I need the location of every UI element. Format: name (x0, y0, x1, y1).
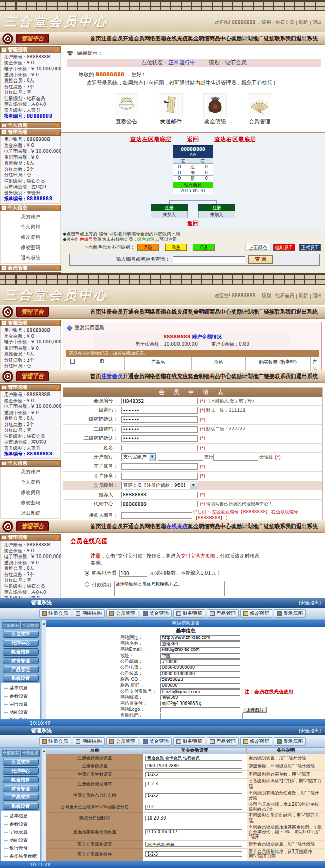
sidebar-link[interactable]: 修改资料 (1, 487, 60, 498)
nav-item[interactable]: 退出系统 (296, 523, 318, 530)
nav-item[interactable]: 推广链接 (253, 373, 274, 380)
settings-menu-item[interactable]: »»参数设置 (1, 693, 40, 701)
upload-image-button[interactable]: 上传图片 (243, 707, 267, 713)
refresh-link[interactable]: 刷新 (299, 292, 308, 299)
sidebar-panel-manage-options[interactable]: 管理选项 (0, 129, 61, 136)
nav-item[interactable]: 首页 (90, 523, 101, 530)
param-value-input[interactable] (145, 851, 242, 857)
nav-item[interactable]: 注册会员 (101, 373, 123, 380)
nav-item[interactable]: 推广链接 (253, 308, 274, 316)
field-input[interactable] (160, 695, 240, 700)
field-input[interactable] (160, 665, 240, 670)
field-input[interactable] (160, 641, 240, 646)
nav-item[interactable]: 奖励计划 (231, 373, 253, 380)
field-input[interactable] (121, 426, 198, 433)
expand-all-button[interactable]: 全部展开 (2, 750, 20, 757)
member-level-select[interactable]: 普通会员【注册价货款：960】 ▼ (121, 482, 197, 489)
nav-item[interactable]: 首页 (90, 373, 101, 380)
nav-item[interactable]: 商品中心 (209, 308, 231, 316)
nav-item[interactable]: 联系我们 (274, 308, 296, 316)
field-input[interactable] (160, 683, 240, 689)
admin-tab[interactable]: 财务明细 (173, 737, 205, 746)
bank-name-input[interactable] (158, 454, 203, 461)
param-value-input[interactable] (145, 842, 242, 847)
field-input[interactable] (121, 416, 198, 423)
admin-sidebar-button-settings[interactable]: 系统设置 (3, 803, 39, 810)
settings-menu-item[interactable]: »»基本信息 (1, 684, 40, 693)
tree-child-node[interactable]: 注册 未加入 (198, 204, 235, 218)
nav-item[interactable]: 网络图谱 (144, 35, 166, 42)
goto-left-bottom-link[interactable]: 直达左区最底层 (130, 136, 172, 143)
nav-item[interactable]: 网络图谱 (144, 373, 166, 380)
sidebar-link[interactable]: 我的账户 (1, 467, 60, 477)
select-all-checkbox[interactable] (70, 359, 75, 364)
tree-node-header[interactable]: 88888888 AA (173, 145, 213, 158)
payment-desc-radio[interactable] (85, 582, 89, 587)
nav-item[interactable]: 推广链接 (253, 523, 274, 530)
nav-item[interactable]: 商品中心 (209, 373, 231, 380)
sidebar-panel-manage-options[interactable]: 管理选项 (0, 320, 61, 326)
sidebar-panel-personal-info[interactable]: 个人信息 (0, 205, 61, 211)
admin-tab[interactable]: 财务明细 (173, 609, 205, 618)
safe-logout-link[interactable]: [安全退出] (299, 600, 325, 607)
child-register-button[interactable]: 注册 (151, 204, 188, 211)
admin-sidebar-button[interactable]: 财务管理 (3, 785, 39, 792)
payment-desc-textarea[interactable] (114, 581, 225, 596)
nav-item[interactable]: 联系我们 (274, 35, 296, 42)
collapse-all-button[interactable]: 全部收缩 (21, 622, 40, 629)
admin-tab[interactable]: 显示底图 (274, 609, 306, 618)
nav-item[interactable]: 在线充值 (166, 308, 188, 316)
shortcut-send-mail[interactable]: 发送邮件 (159, 93, 183, 125)
field-input[interactable] (121, 398, 198, 404)
branch-input[interactable] (213, 454, 258, 461)
nav-item[interactable]: 开通会员 (123, 373, 144, 380)
field-input[interactable] (160, 671, 240, 676)
nav-item[interactable]: 商品中心 (209, 523, 231, 530)
field-input[interactable] (160, 647, 240, 652)
param-value-input[interactable] (145, 793, 242, 798)
nav-item[interactable]: 联系我们 (274, 523, 296, 530)
settings-menu-item[interactable]: »»参数设置 (1, 821, 40, 829)
node-id[interactable]: 88888888 (173, 146, 213, 152)
collapse-all-button[interactable]: 全部收缩 (21, 750, 40, 757)
field-input[interactable] (121, 473, 198, 480)
nav-item[interactable]: 开通会员 (123, 35, 144, 42)
sidebar-collapsed-panel[interactable]: 会员管理 (0, 265, 61, 271)
search-button[interactable]: 查 询 (248, 255, 273, 264)
nav-item[interactable]: 奖金明细 (188, 35, 209, 42)
nav-item[interactable]: 网络图谱 (144, 523, 166, 530)
admin-tab[interactable]: 产品管理 (207, 737, 239, 746)
admin-sidebar-button[interactable]: 代理中心 (3, 640, 39, 647)
admin-tab[interactable]: 会员管理 (106, 737, 138, 746)
param-value-input[interactable] (145, 764, 242, 769)
sidebar-panel-manage-options[interactable]: 管理选项 (0, 46, 61, 53)
admin-sidebar-button[interactable]: 会员管理 (3, 759, 39, 766)
admin-tab[interactable]: 产品管理 (207, 609, 239, 618)
admin-tab[interactable]: 奖金查询 (140, 609, 172, 618)
nav-item[interactable]: 奖励计划 (231, 35, 253, 42)
bank-select[interactable]: 支付宝账户 ▼ (121, 453, 156, 461)
collapse-strip[interactable]: ▲ ▼ (41, 748, 46, 868)
admin-tab[interactable]: 注册会员 (39, 609, 71, 618)
scroll-up-icon[interactable]: ▲ (43, 621, 45, 625)
sidebar-link[interactable]: 退出系统 (1, 253, 60, 263)
child-register-button[interactable]: 注册 (198, 204, 235, 211)
param-value-input[interactable] (145, 829, 242, 834)
nav-item[interactable]: 在线充值 (166, 523, 188, 530)
admin-tab[interactable]: 显示底图 (274, 737, 306, 746)
shortcut-member-management[interactable]: 会员管理 (248, 93, 271, 125)
sidebar-panel-manage-options[interactable]: 管理选项 (0, 384, 61, 391)
goto-right-bottom-link[interactable]: 直达右区最底层 (215, 136, 256, 143)
field-input[interactable] (121, 492, 198, 498)
tree-child-node[interactable]: 注册 未加入 (151, 204, 188, 218)
settings-menu-item[interactable]: »»字段设置 (1, 700, 40, 709)
field-input[interactable] (121, 501, 198, 507)
field-input[interactable] (121, 435, 198, 442)
field-input[interactable] (121, 407, 198, 414)
nav-item[interactable]: 商品中心 (209, 35, 231, 42)
shortcut-view-announcements[interactable]: 查看公告 (115, 93, 138, 125)
joint-input[interactable] (121, 512, 192, 519)
field-input[interactable] (121, 445, 198, 451)
scroll-up-icon[interactable]: ▲ (43, 749, 45, 752)
expand-all-button[interactable]: 全部展开 (2, 622, 20, 629)
